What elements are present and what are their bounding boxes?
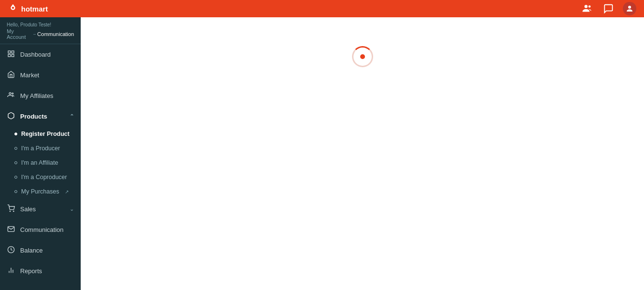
dashboard-icon	[7, 50, 15, 59]
coproducer-label: I'm a Coproducer	[21, 174, 67, 181]
register-product-dot	[14, 133, 17, 135]
sidebar-item-dashboard[interactable]: Dashboard	[0, 44, 81, 65]
hotmart-logo-icon	[8, 3, 18, 14]
balance-label: Balance	[20, 247, 74, 254]
svg-rect-5	[8, 51, 11, 53]
svg-rect-8	[12, 54, 14, 57]
affiliate-label: I'm an Affiliate	[21, 159, 58, 166]
avatar-icon	[625, 4, 634, 13]
svg-point-10	[12, 93, 13, 94]
dashboard-label: Dashboard	[20, 51, 74, 58]
sidebar-subitem-producer[interactable]: I'm a Producer	[0, 141, 81, 156]
greeting-text: Hello, Produto Teste!	[7, 22, 74, 27]
community-icon	[582, 3, 593, 14]
chat-icon	[603, 3, 614, 14]
breadcrumb-my-account[interactable]: My Account	[7, 28, 32, 40]
spinner	[352, 46, 373, 67]
sidebar-subitem-register-product[interactable]: Register Product	[0, 127, 81, 141]
svg-point-3	[588, 5, 591, 8]
community-icon-button[interactable]	[581, 2, 594, 15]
sidebar-item-reports[interactable]: Reports	[0, 261, 81, 281]
header-actions	[581, 2, 636, 15]
svg-point-12	[13, 211, 14, 211]
reports-icon	[7, 266, 15, 276]
logo[interactable]: hotmart	[8, 3, 48, 14]
sales-icon	[7, 205, 15, 214]
sidebar-item-my-affiliates[interactable]: My Affiliates	[0, 85, 81, 106]
breadcrumb-area: Hello, Produto Teste! My Account – Commu…	[0, 17, 81, 44]
sidebar-subitem-coproducer[interactable]: I'm a Coproducer	[0, 170, 81, 184]
spinner-dot	[360, 54, 365, 59]
products-label: Products	[20, 113, 65, 120]
balance-icon	[7, 246, 15, 255]
my-purchases-label: My Purchases	[21, 188, 59, 195]
svg-point-9	[9, 93, 11, 95]
sidebar-subitem-affiliate[interactable]: I'm an Affiliate	[0, 156, 81, 170]
purchases-dot	[14, 190, 17, 193]
sidebar-spacer	[0, 281, 81, 290]
svg-point-1	[12, 7, 14, 9]
sales-chevron-down: ⌄	[70, 206, 74, 212]
sidebar-item-sales[interactable]: Sales ⌄	[0, 199, 81, 219]
products-chevron-up: ⌃	[70, 113, 74, 120]
svg-point-2	[584, 5, 587, 8]
products-icon	[7, 112, 15, 121]
user-avatar[interactable]	[623, 2, 636, 15]
svg-rect-7	[8, 54, 11, 57]
communication-label: Communication	[20, 226, 74, 233]
producer-dot	[14, 147, 17, 150]
producer-label: I'm a Producer	[21, 145, 60, 152]
breadcrumb-current: Communication	[37, 31, 74, 37]
breadcrumb-separator: –	[34, 32, 36, 36]
sidebar-item-market[interactable]: Market	[0, 65, 81, 85]
top-header: hotmart	[0, 0, 644, 17]
svg-point-11	[10, 211, 10, 211]
sidebar-item-products[interactable]: Products ⌃	[0, 106, 81, 127]
external-link-icon: ↗	[65, 189, 69, 194]
coproducer-dot	[14, 176, 17, 179]
main-content	[81, 17, 644, 290]
market-label: Market	[20, 72, 74, 79]
sidebar-subitem-my-purchases[interactable]: My Purchases ↗	[0, 184, 81, 199]
loading-spinner	[352, 46, 373, 67]
breadcrumb: My Account – Communication	[7, 28, 74, 40]
chat-icon-button[interactable]	[602, 2, 615, 15]
sales-label: Sales	[20, 205, 65, 213]
affiliates-label: My Affiliates	[20, 92, 74, 99]
svg-rect-6	[12, 51, 14, 53]
logo-text: hotmart	[21, 5, 48, 13]
reports-label: Reports	[20, 267, 74, 275]
affiliates-icon	[7, 91, 15, 100]
market-icon	[7, 71, 15, 80]
svg-point-4	[628, 6, 631, 9]
sidebar-item-communication[interactable]: Communication	[0, 219, 81, 240]
main-layout: Hello, Produto Teste! My Account – Commu…	[0, 17, 644, 290]
affiliate-dot	[14, 161, 17, 164]
communication-icon	[7, 225, 15, 234]
sidebar: Hello, Produto Teste! My Account – Commu…	[0, 17, 81, 290]
register-product-label: Register Product	[21, 131, 70, 137]
sidebar-item-balance[interactable]: Balance	[0, 240, 81, 261]
